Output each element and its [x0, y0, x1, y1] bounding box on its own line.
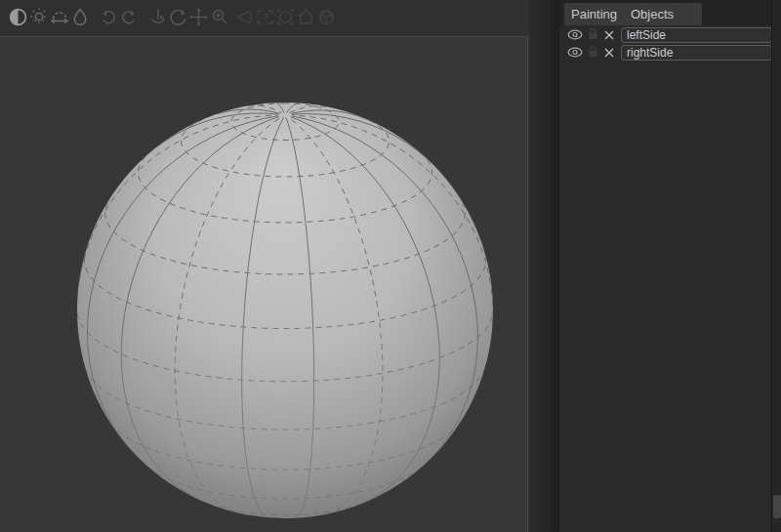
panel-scrollbar[interactable]	[771, 0, 781, 532]
home-icon	[296, 7, 316, 27]
viewport-3d[interactable]	[0, 0, 530, 532]
sphere-surface[interactable]	[77, 102, 493, 518]
droplet-button[interactable]	[70, 5, 90, 28]
eye-icon	[567, 46, 583, 61]
app-window: Painting Objects	[0, 0, 781, 532]
region-select-icon	[275, 7, 296, 27]
object-name-input[interactable]	[621, 45, 772, 61]
rotate-axis-icon	[148, 7, 168, 26]
undo-icon	[99, 7, 118, 26]
globe-icon	[316, 7, 337, 27]
eye-icon	[567, 28, 583, 43]
orbit-icon	[168, 7, 188, 27]
lock-icon	[588, 46, 598, 61]
view-cone-button[interactable]	[234, 5, 254, 28]
tab-painting[interactable]: Painting	[564, 3, 624, 25]
contrast-icon	[8, 7, 28, 27]
redo-icon	[119, 7, 139, 26]
scene-sphere[interactable]	[0, 0, 530, 532]
globe-button[interactable]	[316, 5, 336, 28]
home-button[interactable]	[296, 5, 315, 28]
undo-button[interactable]	[99, 5, 118, 28]
scrollbar-thumb[interactable]	[773, 495, 781, 518]
brightness-button[interactable]	[29, 5, 49, 28]
lock-toggle[interactable]	[586, 46, 599, 61]
object-list	[559, 27, 772, 62]
zoom-button[interactable]	[210, 5, 229, 28]
region-select-button[interactable]	[275, 5, 295, 28]
lock-toggle[interactable]	[586, 28, 599, 43]
lock-icon	[588, 28, 598, 43]
panel-tab-bar: Painting Objects	[559, 0, 772, 25]
frame-icon	[255, 7, 275, 27]
objects-panel: Painting Objects	[558, 0, 772, 532]
visibility-toggle[interactable]	[566, 46, 584, 61]
brightness-icon	[29, 7, 49, 26]
zoom-icon	[210, 7, 229, 26]
visibility-toggle[interactable]	[566, 28, 584, 43]
rotate-axis-button[interactable]	[148, 5, 168, 28]
redo-button[interactable]	[119, 5, 139, 28]
tab-objects[interactable]: Objects	[624, 3, 680, 25]
pan-icon	[188, 7, 209, 27]
canvas-frame-top-line	[0, 36, 528, 37]
delete-object-button[interactable]	[602, 46, 616, 61]
tab-strip: Painting Objects	[564, 3, 702, 25]
x-icon	[604, 28, 614, 43]
canvas-frame-right-line	[527, 36, 528, 532]
droplet-icon	[70, 7, 90, 26]
x-icon	[604, 46, 614, 61]
object-row-rightside	[559, 45, 772, 61]
object-row-leftside	[559, 27, 772, 43]
falloff-button[interactable]	[50, 5, 69, 28]
object-name-input[interactable]	[621, 27, 772, 43]
frame-button[interactable]	[255, 5, 274, 28]
falloff-icon	[50, 7, 69, 26]
view-cone-icon	[234, 7, 255, 27]
pan-button[interactable]	[189, 5, 209, 28]
panel-splitter[interactable]	[530, 0, 558, 532]
contrast-button[interactable]	[9, 5, 28, 28]
delete-object-button[interactable]	[602, 28, 616, 43]
orbit-button[interactable]	[169, 5, 188, 28]
viewport-toolbar	[8, 3, 337, 30]
